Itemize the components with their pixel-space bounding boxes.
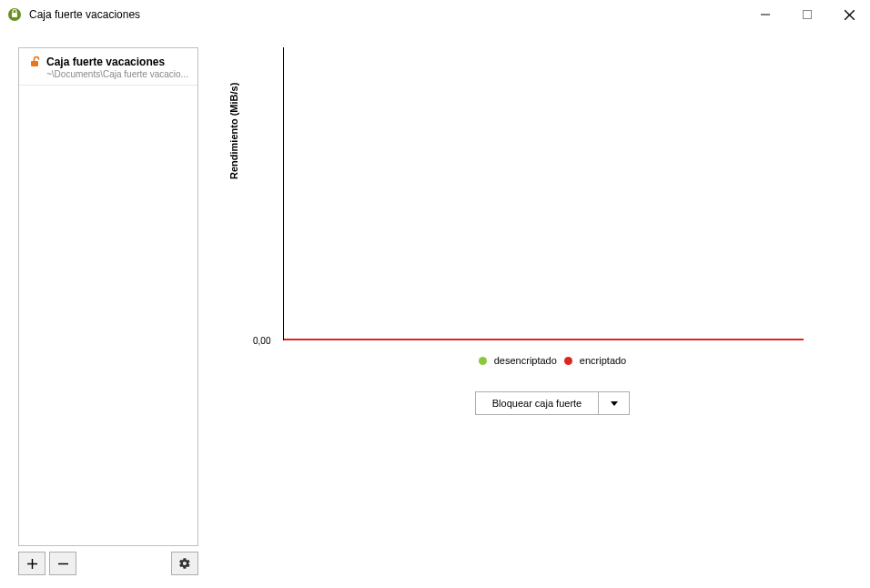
- vault-name: Caja fuerte vacaciones: [46, 56, 165, 68]
- sidebar-actions: [18, 552, 198, 575]
- lock-button-group: Bloquear caja fuerte: [475, 391, 630, 415]
- svg-rect-3: [804, 11, 812, 19]
- chevron-down-icon: [611, 401, 618, 406]
- main-content: Caja fuerte vacaciones ~\Documents\Caja …: [0, 29, 870, 588]
- app-icon: [7, 7, 22, 22]
- unlocked-icon: [28, 56, 41, 68]
- action-row: Bloquear caja fuerte: [283, 391, 822, 415]
- maximize-button[interactable]: [786, 0, 828, 29]
- chart-ytick-0: 0,00: [253, 336, 270, 346]
- lock-vault-button[interactable]: Bloquear caja fuerte: [475, 391, 599, 415]
- throughput-chart: Rendimiento (MiB/s) 0,00 desencriptado e…: [239, 47, 822, 415]
- lock-vault-label: Bloquear caja fuerte: [492, 398, 582, 409]
- legend-dot-encrypted: [564, 357, 572, 365]
- content-pane: Rendimiento (MiB/s) 0,00 desencriptado e…: [198, 47, 852, 575]
- legend-label-decrypted: desencriptado: [494, 355, 557, 366]
- settings-button[interactable]: [171, 552, 198, 575]
- vault-path: ~\Documents\Caja fuerte vacacio...: [46, 69, 188, 79]
- add-vault-button[interactable]: [18, 552, 46, 575]
- window-title: Caja fuerte vacaciones: [29, 8, 140, 21]
- legend-dot-decrypted: [479, 357, 487, 365]
- close-button[interactable]: [828, 0, 870, 29]
- svg-rect-1: [12, 13, 17, 17]
- vault-list-item[interactable]: Caja fuerte vacaciones ~\Documents\Caja …: [19, 48, 197, 86]
- gear-icon: [178, 557, 191, 570]
- chart-ylabel: Rendimiento (MiB/s): [228, 83, 239, 179]
- sidebar: Caja fuerte vacaciones ~\Documents\Caja …: [18, 47, 198, 575]
- chart-legend: desencriptado encriptado: [283, 355, 822, 366]
- chart-encrypted-line: [284, 339, 804, 340]
- legend-label-encrypted: encriptado: [580, 355, 626, 366]
- chart-plot-area: 0,00: [283, 47, 822, 340]
- lock-vault-dropdown-button[interactable]: [599, 391, 630, 415]
- svg-rect-6: [31, 61, 38, 66]
- minimize-button[interactable]: [744, 0, 786, 29]
- vault-list[interactable]: Caja fuerte vacaciones ~\Documents\Caja …: [18, 47, 198, 546]
- remove-vault-button[interactable]: [49, 552, 76, 575]
- titlebar: Caja fuerte vacaciones: [0, 0, 870, 29]
